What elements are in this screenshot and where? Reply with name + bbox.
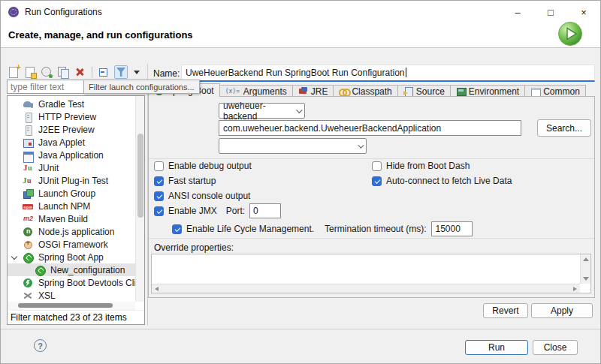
main-type-field[interactable]: com.uweheuer.backend.UweheuerBackendAppl… bbox=[219, 120, 521, 136]
filter-funnel-icon[interactable] bbox=[114, 65, 128, 79]
new-prototype-icon[interactable] bbox=[23, 65, 37, 79]
tree-item-label: Gradle Test bbox=[36, 99, 86, 110]
tree-item-node-js-application[interactable]: Node.js application bbox=[8, 225, 135, 238]
checkbox-box[interactable] bbox=[154, 176, 164, 186]
tab-source[interactable]: Source bbox=[397, 85, 451, 97]
apply-button[interactable]: Apply bbox=[531, 303, 593, 318]
enable-jmx-checkbox[interactable] bbox=[154, 206, 164, 216]
checkbox-grid: Enable debug outputHide from Boot DashFa… bbox=[154, 161, 575, 201]
collapse-all-icon[interactable] bbox=[98, 65, 111, 79]
checkbox-fast-startup[interactable]: Fast startup bbox=[154, 176, 372, 186]
tab-environment[interactable]: Environment bbox=[450, 85, 525, 97]
tree-item-http-preview[interactable]: HTTP Preview bbox=[8, 110, 135, 123]
scroll-up-icon[interactable] bbox=[583, 257, 589, 261]
port-label: Port: bbox=[226, 206, 245, 216]
tree-vertical-scrollbar[interactable] bbox=[135, 96, 144, 302]
lifecycle-row: Enable Life Cycle Management. Terminatio… bbox=[172, 221, 473, 236]
tab-label: Arguments bbox=[243, 86, 287, 97]
checkbox-box[interactable] bbox=[154, 161, 164, 171]
tab-common[interactable]: Common bbox=[524, 85, 586, 97]
gradle-test-icon bbox=[23, 99, 33, 110]
name-label: Name: bbox=[153, 68, 180, 79]
run-button[interactable]: Run bbox=[465, 340, 528, 355]
scroll-down-icon[interactable] bbox=[583, 277, 589, 281]
tree-item-label: Launch NPM bbox=[36, 201, 92, 212]
menu-dropdown-icon[interactable] bbox=[131, 65, 144, 79]
tree-item-j2ee-preview[interactable]: J2EE Preview bbox=[8, 123, 135, 136]
tab-jre[interactable]: JRE bbox=[292, 85, 334, 97]
port-field[interactable]: 0 bbox=[249, 203, 281, 218]
termination-timeout-field[interactable]: 15000 bbox=[431, 221, 473, 236]
enable-lifecycle-checkbox[interactable] bbox=[172, 224, 182, 234]
java-applet-icon bbox=[23, 137, 33, 148]
tree-item-launch-group[interactable]: Launch Group bbox=[8, 187, 135, 200]
tree-item-junit[interactable]: JUnit bbox=[8, 161, 135, 174]
export-launch-configurations-icon[interactable] bbox=[40, 65, 53, 79]
tab-label: JRE bbox=[311, 86, 328, 97]
override-vertical-scrollbar[interactable] bbox=[580, 254, 590, 284]
source-icon bbox=[403, 86, 413, 96]
scroll-right-icon[interactable] bbox=[573, 287, 577, 291]
checkbox-box[interactable] bbox=[154, 191, 164, 201]
tree-item-junit-plug-in-test[interactable]: JUnit Plug-in Test bbox=[8, 174, 135, 187]
tree-item-xsl[interactable]: XSL bbox=[8, 289, 135, 302]
checkbox-hide-from-boot-dash[interactable]: Hide from Boot Dash bbox=[372, 161, 575, 171]
spring-boot-app-icon bbox=[23, 252, 33, 263]
checkbox-label: Fast startup bbox=[168, 176, 216, 186]
checkbox-auto-connect-to-fetch-live-data[interactable]: Auto-connect to fetch Live Data bbox=[372, 176, 575, 186]
launch-toolbar bbox=[7, 65, 144, 80]
duplicate-icon[interactable] bbox=[56, 65, 70, 79]
config-tree: Gradle TestHTTP PreviewJ2EE PreviewJava … bbox=[8, 96, 135, 302]
checkbox-box[interactable] bbox=[372, 176, 382, 186]
help-button[interactable]: ? bbox=[34, 339, 47, 352]
tree-item-java-applet[interactable]: Java Applet bbox=[8, 136, 135, 149]
project-combo[interactable]: uweheuer-backend bbox=[219, 103, 305, 119]
tab-classpath[interactable]: Classpath bbox=[333, 85, 397, 97]
spring-boot-app-icon bbox=[35, 265, 45, 275]
filter-status: Filter matched 23 of 23 items bbox=[9, 310, 144, 324]
tree-item-spring-boot-app[interactable]: Spring Boot App bbox=[8, 251, 135, 263]
osgi-framework-icon bbox=[23, 239, 33, 250]
scroll-left-icon[interactable] bbox=[155, 287, 159, 291]
tab-label: Source bbox=[416, 86, 445, 97]
chevron-down-icon bbox=[296, 107, 302, 113]
tree-horizontal-scrollbar[interactable] bbox=[8, 302, 135, 310]
minimize-button[interactable]: – bbox=[501, 1, 534, 23]
delete-icon[interactable] bbox=[73, 65, 86, 79]
tree-item-label: J2EE Preview bbox=[36, 125, 97, 135]
tree-item-osgi-framework[interactable]: OSGi Framework bbox=[8, 238, 135, 251]
new-launch-configuration-icon[interactable] bbox=[7, 65, 20, 79]
tree-item-java-application[interactable]: Java Application bbox=[8, 149, 135, 161]
override-properties-textarea[interactable] bbox=[151, 254, 591, 293]
tree-item-label: Launch Group bbox=[36, 188, 98, 199]
tree-item-label: Spring Boot Devtools Client bbox=[36, 278, 135, 288]
http-preview-icon bbox=[23, 112, 33, 122]
checkbox-ansi-console-output[interactable]: ANSI console output bbox=[154, 191, 372, 201]
revert-button[interactable]: Revert bbox=[483, 303, 528, 318]
tree-item-maven-build[interactable]: Maven Build bbox=[8, 212, 135, 225]
section-separator bbox=[149, 238, 594, 239]
profile-combo[interactable] bbox=[219, 138, 367, 154]
text-caret bbox=[406, 68, 406, 77]
tree-item-spring-boot-devtools-client[interactable]: Spring Boot Devtools Client bbox=[8, 276, 135, 289]
checkbox-enable-debug-output[interactable]: Enable debug output bbox=[154, 161, 372, 171]
environment-icon bbox=[456, 86, 466, 96]
tree-item-new-configuration[interactable]: New_configuration bbox=[8, 263, 135, 276]
xsl-icon bbox=[23, 290, 33, 301]
checkbox-box[interactable] bbox=[372, 161, 382, 171]
tab-arguments[interactable]: Arguments bbox=[219, 85, 293, 97]
maven-build-icon bbox=[23, 214, 33, 224]
common-icon bbox=[530, 86, 540, 96]
run-configurations-dialog: Run Configurations – □ × Create, manage,… bbox=[0, 0, 601, 364]
close-button[interactable]: Close bbox=[533, 340, 578, 355]
search-button[interactable]: Search... bbox=[537, 119, 591, 137]
override-horizontal-scrollbar[interactable] bbox=[152, 284, 580, 293]
checkbox-label: Auto-connect to fetch Live Data bbox=[386, 176, 512, 186]
name-field[interactable]: UweHeuerBackend Run SpringBoot Run Confi… bbox=[181, 65, 595, 82]
tree-item-gradle-test[interactable]: Gradle Test bbox=[8, 98, 135, 110]
expand-twisty-icon[interactable] bbox=[11, 254, 17, 260]
tree-item-launch-npm[interactable]: Launch NPM bbox=[8, 200, 135, 212]
junit-plugin-test-icon bbox=[23, 176, 33, 186]
tree-item-label: Java Applet bbox=[36, 137, 87, 148]
java-application-icon bbox=[23, 150, 33, 161]
